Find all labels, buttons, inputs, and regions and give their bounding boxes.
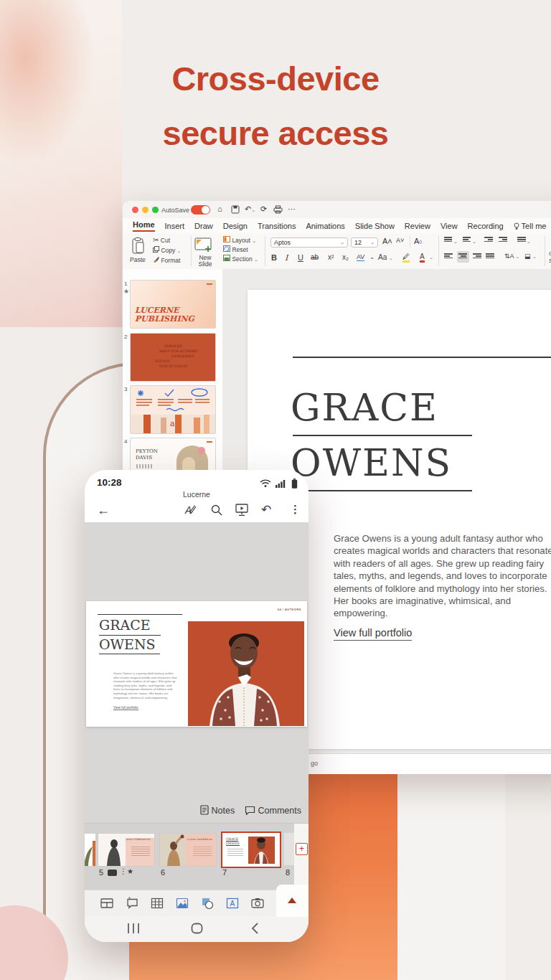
text-box-icon[interactable]: A [226, 897, 239, 910]
italic-button[interactable]: I [285, 253, 288, 263]
increase-font-size-icon[interactable]: A˄ [382, 237, 392, 245]
redo-icon[interactable]: ⟳ [260, 204, 267, 214]
notes-icon [200, 805, 209, 815]
slide-number: 3 [124, 386, 129, 392]
decrease-indent-icon[interactable] [484, 236, 494, 245]
close-window-button[interactable] [132, 207, 138, 213]
notes-button[interactable]: Notes [212, 806, 235, 816]
image-icon[interactable] [176, 897, 189, 910]
new-slide-icon[interactable] [194, 237, 213, 252]
section-icon [223, 255, 230, 261]
present-icon[interactable] [235, 504, 248, 516]
clear-formatting-icon[interactable]: A◊ [414, 237, 422, 245]
undo-icon[interactable]: ↶ [261, 502, 271, 517]
decrease-font-size-icon[interactable]: A˅ [396, 237, 404, 244]
font-size-combo[interactable]: 12⌄ [351, 237, 378, 248]
filmstrip-slide-8-partial[interactable] [284, 833, 294, 865]
tab-recording[interactable]: Recording [468, 222, 504, 230]
comments-button[interactable]: Comments [258, 806, 301, 816]
text-direction-icon[interactable]: ⇅A ⌄ [504, 253, 519, 260]
tab-slide-show[interactable]: Slide Show [355, 222, 395, 230]
headline: Cross-device secure access [0, 52, 551, 161]
strikethrough-button[interactable]: ab [311, 253, 319, 261]
back-icon[interactable] [251, 923, 259, 934]
search-icon[interactable] [211, 504, 222, 516]
copy-button[interactable]: Copy ⌄ [153, 246, 181, 254]
tab-transitions[interactable]: Transitions [258, 222, 296, 230]
ribbon-tab-bar: Home Insert Draw Design Transitions Anim… [123, 218, 551, 233]
marketing-screenshot: Cross-device secure access AutoSave ⌂ ↶⌄… [0, 0, 551, 980]
subscript-button[interactable]: x₂ [342, 253, 349, 261]
section-button[interactable]: Section ⌄ [223, 255, 258, 263]
zoom-window-button[interactable] [152, 207, 159, 213]
character-spacing-button[interactable]: AV [357, 253, 364, 261]
recents-icon[interactable] [126, 923, 141, 934]
new-slide-label[interactable]: New Slide [193, 255, 217, 268]
cut-button[interactable]: ✂ Cut [153, 236, 170, 244]
tab-animations[interactable]: Animations [306, 222, 344, 230]
filmstrip-slide-7-selected[interactable]: GRACE OWENS [221, 831, 281, 868]
autosave-toggle[interactable] [191, 205, 210, 215]
align-center-icon[interactable] [457, 251, 469, 263]
format-painter-button[interactable]: Format [153, 256, 180, 264]
save-icon[interactable] [231, 205, 240, 214]
add-slide-button[interactable]: + [296, 843, 308, 855]
home-icon[interactable]: ⌂ [217, 204, 222, 213]
filmstrip-slide-5[interactable]: DANI FERRARONS [98, 833, 155, 867]
superscript-button[interactable]: x² [328, 253, 334, 261]
numbered-list-icon[interactable]: ⌄ [463, 236, 476, 245]
line-spacing-icon[interactable]: ⌄ [517, 236, 531, 245]
minimize-window-button[interactable] [142, 207, 149, 213]
headline-line1: Cross-device [0, 52, 551, 106]
shapes-icon[interactable] [201, 897, 214, 910]
highlight-color-button[interactable]: 🖉 [402, 253, 410, 263]
align-left-icon[interactable] [444, 253, 453, 261]
bold-button[interactable]: B [271, 253, 277, 262]
phone-mockup: 10:28 Lucerne ← A ↶ ⋮ 04 / AUTHORS GR [85, 470, 309, 942]
filmstrip-scroll-column [294, 824, 309, 890]
slide-thumbnail-2[interactable]: SERVICES MEET OUR AUTHORS CATEGORIES EVE… [130, 333, 216, 382]
new-comment-icon[interactable] [126, 897, 138, 910]
filmstrip-slide-4-partial[interactable] [85, 833, 96, 867]
tab-design[interactable]: Design [223, 222, 248, 230]
slide-thumbnail-1[interactable]: LUCERNE PUBLISHING [130, 280, 216, 329]
print-icon[interactable] [273, 205, 283, 214]
tab-review[interactable]: Review [405, 222, 430, 230]
tab-draw[interactable]: Draw [194, 222, 213, 230]
increase-indent-icon[interactable] [499, 236, 508, 245]
align-right-icon[interactable] [473, 253, 482, 261]
paste-label[interactable]: Paste [130, 256, 146, 263]
bullet-list-icon[interactable]: ⌄ [444, 236, 458, 245]
thumb2-line: EVENTS [131, 359, 215, 364]
thumb2-line: MEET OUR AUTHORS [131, 349, 215, 354]
camera-icon[interactable] [251, 897, 264, 910]
tab-tell-me[interactable]: Tell me [514, 222, 547, 230]
undo-icon[interactable]: ↶⌄ [245, 204, 255, 214]
slide-thumbnail-3[interactable]: a [130, 385, 216, 434]
filmstrip-slide-6[interactable]: QUINN ANDERSON [159, 833, 217, 867]
layout-button[interactable]: Layout ⌄ [223, 236, 256, 244]
underline-button[interactable]: U [298, 253, 303, 262]
tab-home[interactable]: Home [133, 220, 155, 232]
justify-icon[interactable] [486, 253, 495, 261]
notes-comments-row: Notes Comments [200, 805, 301, 816]
home-icon[interactable] [191, 923, 203, 934]
edit-mode-icon[interactable]: A [185, 504, 196, 516]
font-name-combo[interactable]: Aptos⌄ [270, 237, 348, 248]
reset-button[interactable]: Reset [223, 245, 248, 253]
layout-icon[interactable] [100, 897, 113, 910]
view-portfolio-link[interactable]: View full portfolio [334, 627, 412, 641]
overflow-menu-icon[interactable]: ⋮ [290, 503, 301, 516]
font-color-button[interactable]: A [420, 253, 425, 263]
tab-insert[interactable]: Insert [165, 222, 185, 230]
collapse-toolbar-icon[interactable] [288, 897, 296, 903]
align-text-icon[interactable]: ⬓ ⌄ [524, 253, 537, 260]
more-commands-icon[interactable]: ⋯ [288, 204, 296, 214]
paste-icon[interactable] [131, 237, 146, 255]
back-icon[interactable]: ← [97, 503, 110, 518]
change-case-button[interactable]: Aa ⌄ [378, 253, 393, 261]
autosave-label: AutoSave [161, 207, 189, 214]
table-icon[interactable] [151, 897, 164, 910]
phone-current-slide[interactable]: 04 / AUTHORS GRACE OWENS Grace Owens is … [86, 601, 307, 727]
tab-view[interactable]: View [441, 222, 458, 230]
